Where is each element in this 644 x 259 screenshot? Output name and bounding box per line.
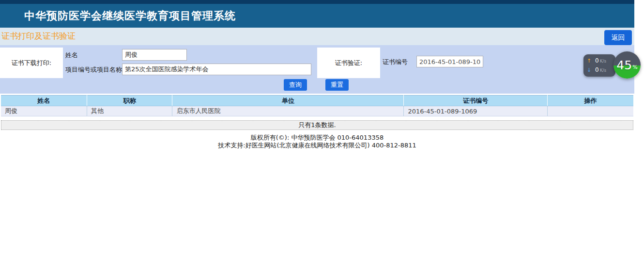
download-speed-row: ↓ 0 K/s	[587, 66, 615, 74]
upload-speed-unit: K/s	[600, 57, 607, 65]
print-section-label: 证书下载打印:	[0, 48, 63, 78]
column-header-cert-no: 证书编号	[404, 96, 547, 106]
upload-speed-row: ↑ 0 K/s	[587, 57, 615, 65]
progress-circle-indicator[interactable]: 45 %	[613, 51, 641, 79]
search-form-area: 证书下载打印: 姓名 项目编号或项目名称 证书验证: 证书编号 查询 重置	[0, 45, 634, 94]
column-header-title: 职称	[87, 96, 172, 106]
arrow-down-icon: ↓	[587, 66, 593, 74]
name-input[interactable]	[122, 49, 187, 61]
cell-unit: 启东市人民医院	[172, 106, 404, 116]
support-line: 技术支持:好医生网站(北京健康在线网络技术有限公司) 400-812-8811	[0, 142, 634, 149]
page-title: 中华预防医学会继续医学教育项目管理系统	[24, 4, 236, 28]
cell-name: 周俊	[1, 106, 87, 116]
cell-operation	[547, 106, 633, 116]
project-input[interactable]	[122, 64, 311, 75]
name-label: 姓名	[65, 51, 78, 60]
network-speed-widget[interactable]: ↑ 0 K/s ↓ 0 K/s	[583, 54, 615, 77]
breadcrumb-bar: 证书打印及证书验证 返回	[0, 28, 634, 45]
column-header-operation: 操作	[547, 96, 633, 106]
table-row: 周俊 其他 启东市人民医院 2016-45-01-089-1069	[1, 106, 633, 116]
cell-title: 其他	[87, 106, 172, 116]
cell-cert-no: 2016-45-01-089-1069	[404, 106, 547, 116]
progress-unit: %	[632, 64, 637, 70]
back-button[interactable]: 返回	[604, 30, 632, 45]
upload-speed-value: 0	[595, 57, 599, 65]
cert-no-label: 证书编号	[383, 58, 408, 66]
copyright-line: 版权所有(©): 中华预防医学会 010-64013358	[0, 134, 634, 142]
footer: 版权所有(©): 中华预防医学会 010-64013358 技术支持:好医生网站…	[0, 134, 634, 149]
top-strip	[0, 0, 634, 4]
download-speed-value: 0	[595, 66, 599, 74]
results-table: 姓名 职称 单位 证书编号 操作 周俊 其他 启东市人民医院 2016-45-0…	[1, 95, 633, 116]
page: 中华预防医学会继续医学教育项目管理系统 证书打印及证书验证 返回 证书下载打印:…	[0, 0, 644, 259]
table-header-row: 姓名 职称 单位 证书编号 操作	[1, 96, 633, 106]
section-title: 证书打印及证书验证	[1, 31, 76, 42]
reset-button[interactable]: 重置	[325, 79, 349, 91]
arrow-up-icon: ↑	[587, 57, 593, 65]
project-label: 项目编号或项目名称	[65, 65, 122, 74]
app-header: 中华预防医学会继续医学教育项目管理系统	[0, 4, 634, 28]
column-header-unit: 单位	[172, 96, 404, 106]
status-bar: 只有1条数据.	[1, 120, 633, 130]
status-text: 只有1条数据.	[298, 121, 336, 130]
verify-section-label: 证书验证:	[317, 48, 380, 78]
download-speed-unit: K/s	[600, 66, 607, 75]
column-header-name: 姓名	[1, 96, 87, 106]
query-button[interactable]: 查询	[284, 79, 307, 91]
cert-no-input[interactable]	[416, 56, 483, 67]
progress-value: 45	[616, 58, 632, 72]
